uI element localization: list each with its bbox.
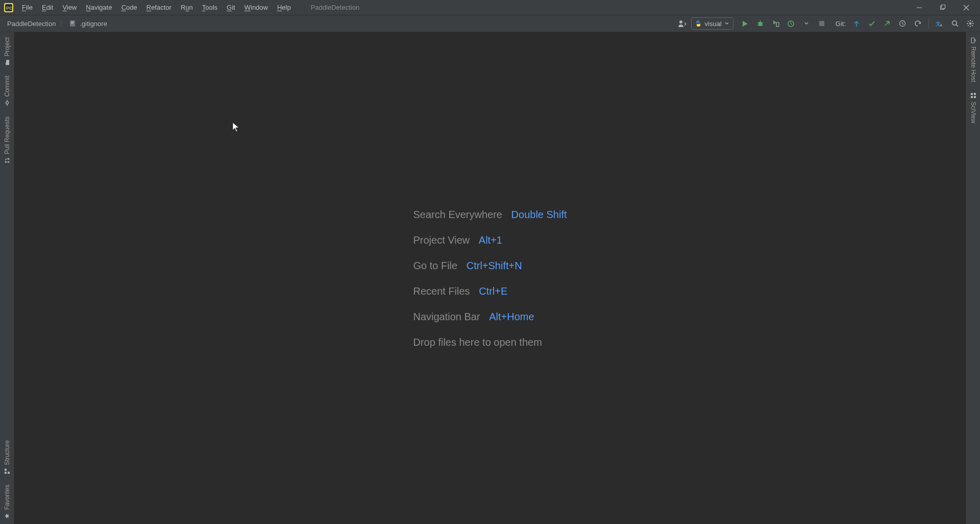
profile-button[interactable]	[785, 17, 798, 30]
debug-button[interactable]	[754, 17, 767, 30]
structure-icon	[4, 468, 10, 474]
tool-window-label: Commit	[4, 76, 11, 97]
window-title: PaddleDetection	[296, 4, 908, 11]
hint-navigation-bar: Navigation Bar Alt+Home	[413, 307, 567, 326]
more-run-options-icon[interactable]	[800, 17, 813, 30]
toolbar: PaddleDetection 〉 .gitignore visual	[0, 15, 980, 32]
hint-label: Project View	[413, 234, 470, 246]
folder-icon	[4, 59, 10, 65]
hint-shortcut: Ctrl+E	[479, 285, 507, 297]
git-update-button[interactable]	[850, 17, 863, 30]
code-with-me-button[interactable]	[676, 17, 689, 30]
svg-rect-48	[971, 96, 973, 98]
menu-tools[interactable]: Tools	[198, 2, 222, 13]
workspace: Project Commit Pull Requests Structure F…	[0, 32, 980, 524]
git-commit-button[interactable]	[865, 17, 878, 30]
svg-point-37	[6, 102, 8, 104]
hint-go-to-file: Go to File Ctrl+Shift+N	[413, 256, 567, 275]
python-icon	[695, 20, 702, 27]
hint-label: Go to File	[413, 260, 457, 271]
sciview-icon	[970, 92, 976, 99]
window-maximize-button[interactable]	[931, 0, 954, 15]
svg-rect-9	[71, 21, 74, 22]
svg-line-35	[968, 25, 969, 26]
menu-window[interactable]: Window	[240, 2, 273, 13]
run-button[interactable]	[739, 17, 752, 30]
breadcrumb-file[interactable]: .gitignore	[80, 20, 107, 28]
tool-window-favorites[interactable]: Favorites	[4, 480, 11, 524]
right-tool-strip: Remote Host SciView	[966, 32, 980, 524]
svg-point-28	[969, 22, 971, 25]
svg-line-15	[757, 22, 758, 23]
breadcrumb-separator-icon: 〉	[58, 19, 67, 28]
tool-window-remote-host[interactable]: Remote Host	[970, 32, 977, 87]
chevron-down-icon	[725, 21, 729, 26]
hint-shortcut: Ctrl+Shift+N	[467, 260, 522, 271]
stop-button[interactable]	[815, 17, 828, 30]
hint-shortcut: Alt+Home	[489, 311, 534, 322]
menu-help[interactable]: Help	[273, 2, 296, 13]
svg-point-40	[5, 161, 6, 162]
git-push-button[interactable]	[880, 17, 894, 30]
run-config-selector[interactable]: visual	[691, 17, 733, 30]
svg-line-18	[762, 25, 763, 26]
svg-line-36	[972, 21, 973, 22]
svg-point-13	[758, 22, 763, 26]
gitignore-file-icon	[69, 20, 77, 27]
menu-run[interactable]: Run	[176, 2, 198, 13]
tool-window-label: SciView	[970, 102, 977, 123]
svg-line-21	[791, 23, 793, 25]
svg-rect-43	[5, 472, 7, 474]
tool-window-structure[interactable]: Structure	[4, 435, 11, 480]
menu-bar: PC File Edit View Navigate Code Refactor…	[0, 0, 980, 15]
pull-request-icon	[4, 157, 10, 163]
hint-label: Navigation Bar	[413, 311, 480, 322]
git-rollback-button[interactable]	[911, 17, 924, 30]
toolbar-separator	[928, 18, 929, 29]
tool-window-commit[interactable]: Commit	[4, 70, 11, 111]
translate-icon[interactable]: 文A	[933, 17, 946, 30]
svg-rect-22	[819, 21, 824, 26]
tool-window-pull-requests[interactable]: Pull Requests	[4, 111, 11, 169]
run-coverage-button[interactable]	[769, 17, 782, 30]
menu-edit[interactable]: Edit	[37, 2, 58, 13]
tool-window-sciview[interactable]: SciView	[970, 87, 977, 128]
svg-rect-11	[71, 23, 73, 24]
hint-search-everywhere: Search Everywhere Double Shift	[413, 205, 567, 224]
menu-refactor[interactable]: Refactor	[142, 2, 176, 13]
tool-window-label: Pull Requests	[4, 116, 11, 154]
svg-point-12	[679, 20, 682, 23]
svg-line-34	[972, 25, 973, 26]
tool-window-label: Project	[4, 37, 11, 56]
svg-line-16	[762, 22, 763, 23]
tool-window-label: Favorites	[4, 485, 11, 510]
hint-shortcut: Alt+1	[479, 234, 502, 246]
window-controls	[908, 0, 978, 15]
menu-git[interactable]: Git	[222, 2, 240, 13]
svg-rect-46	[971, 38, 974, 43]
hint-label: Recent Files	[413, 285, 470, 297]
tool-window-label: Remote Host	[970, 46, 977, 82]
breadcrumb-project[interactable]: PaddleDetection	[7, 20, 56, 28]
git-history-button[interactable]	[896, 17, 909, 30]
menu-file[interactable]: File	[17, 2, 37, 13]
tool-window-project[interactable]: Project	[4, 32, 11, 70]
editor-empty-state[interactable]: Search Everywhere Double Shift Project V…	[14, 32, 966, 524]
svg-text:A: A	[940, 23, 943, 28]
window-minimize-button[interactable]	[908, 0, 931, 15]
left-tool-strip: Project Commit Pull Requests Structure F…	[0, 32, 14, 524]
empty-hints: Search Everywhere Double Shift Project V…	[413, 199, 567, 358]
hint-recent-files: Recent Files Ctrl+E	[413, 281, 567, 301]
run-config-name: visual	[705, 20, 722, 28]
menu-view[interactable]: View	[58, 2, 81, 13]
ide-settings-button[interactable]	[964, 17, 977, 30]
search-everywhere-button[interactable]	[948, 17, 962, 30]
hint-shortcut: Double Shift	[511, 209, 567, 220]
commit-icon	[4, 100, 10, 106]
svg-rect-50	[974, 96, 976, 98]
app-icon: PC	[4, 3, 13, 12]
window-close-button[interactable]	[954, 0, 978, 15]
menu-navigate[interactable]: Navigate	[81, 2, 116, 13]
menu-code[interactable]: Code	[117, 2, 142, 13]
svg-rect-51	[974, 93, 976, 95]
